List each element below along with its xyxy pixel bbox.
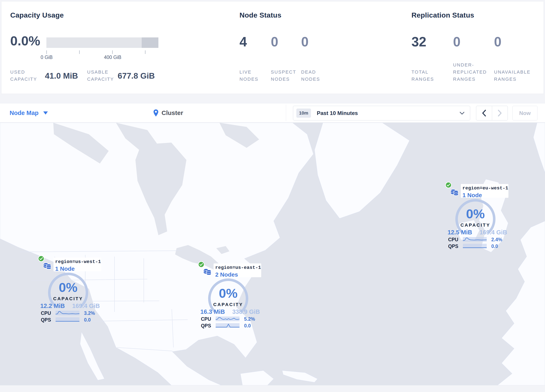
- used-capacity-value: 41.0 MiB: [45, 71, 78, 81]
- used-capacity-label: USED CAPACITY: [10, 68, 37, 83]
- axis-tick: [46, 50, 47, 54]
- region-name: region=us-east-1: [215, 265, 261, 270]
- capacity-usage-title: Capacity Usage: [10, 11, 64, 19]
- cluster-summary-panel: Capacity Usage 0.0% 0 GiB 400 GiB USED C…: [1, 1, 544, 94]
- qps-sparkline: [56, 317, 79, 322]
- capacity-gauge-label: CAPACITY: [452, 223, 498, 228]
- breadcrumb-label: Cluster: [161, 109, 183, 117]
- cpu-value: 5.2%: [244, 316, 255, 322]
- now-button-label: Now: [519, 110, 531, 117]
- qps-value: 0.0: [244, 323, 251, 329]
- cpu-row: CPU 2.4%: [442, 237, 511, 242]
- database-icon: [203, 267, 212, 276]
- qps-row: QPS 0.0: [194, 323, 263, 329]
- region-name: region=eu-west-1: [462, 186, 508, 191]
- region-name: region=us-west-1: [55, 259, 101, 264]
- view-selector-label: Node Map: [10, 110, 39, 117]
- chevron-right-icon: [498, 110, 502, 117]
- world-map: [0, 123, 545, 385]
- qps-row: QPS 0.0: [442, 243, 511, 249]
- map-toolbar: Node Map Cluster 10m Past 10 Minutes Now: [0, 103, 545, 123]
- region-used-capacity: 12.2 MiB: [36, 303, 69, 309]
- dead-nodes-label: DEADNODES: [301, 62, 346, 83]
- cpu-value: 2.4%: [491, 237, 502, 243]
- suspect-nodes-value: 0: [271, 35, 278, 49]
- cpu-row: CPU 3.2%: [34, 311, 103, 316]
- chevron-left-icon: [482, 110, 486, 117]
- breadcrumb-cluster[interactable]: Cluster: [153, 104, 183, 122]
- cpu-row: CPU 5.2%: [194, 316, 263, 322]
- time-range-badge: 10m: [296, 108, 311, 118]
- replication-status-title: Replication Status: [411, 11, 474, 19]
- qps-value: 0.0: [84, 317, 91, 323]
- region-usable-capacity: 169.4 GiB: [477, 229, 509, 236]
- capacity-usage-percent: 0.0%: [10, 33, 40, 48]
- total-ranges-label: TOTALRANGES: [411, 62, 456, 83]
- region-used-capacity: 12.5 MiB: [444, 229, 476, 236]
- cpu-label: CPU: [194, 316, 211, 322]
- axis-tick-label: 0 GiB: [30, 55, 63, 60]
- total-ranges-value: 32: [411, 35, 426, 49]
- region-usable-capacity: 169.4 GiB: [70, 303, 102, 309]
- qps-label: QPS: [194, 323, 211, 329]
- axis-tick-label: 400 GiB: [96, 55, 129, 60]
- node-status-title: Node Status: [240, 11, 281, 19]
- axis-tick: [145, 50, 145, 54]
- time-range-selector[interactable]: 10m Past 10 Minutes: [293, 106, 470, 120]
- qps-label: QPS: [34, 317, 51, 323]
- capacity-usage-bar: [46, 37, 158, 48]
- caret-down-icon: [43, 112, 48, 115]
- time-pager: [476, 106, 508, 120]
- qps-label: QPS: [442, 243, 458, 249]
- axis-tick: [112, 50, 113, 54]
- time-forward-button[interactable]: [492, 106, 508, 120]
- chevron-down-icon: [459, 112, 464, 115]
- unavailable-ranges-value: 0: [494, 35, 502, 49]
- region-used-capacity: 16.3 MiB: [196, 308, 229, 315]
- qps-sparkline: [216, 323, 240, 328]
- capacity-gauge-label: CAPACITY: [205, 302, 251, 307]
- dead-nodes-value: 0: [301, 35, 309, 49]
- toolbar-divider: [286, 105, 286, 121]
- cpu-label: CPU: [34, 311, 51, 316]
- now-button[interactable]: Now: [512, 106, 538, 120]
- node-map[interactable]: region=us-west-1 1 Node 0% CAPACITY 12.2…: [0, 123, 545, 385]
- footer-strip: [0, 385, 545, 392]
- capacity-gauge-label: CAPACITY: [45, 296, 91, 301]
- qps-sparkline: [463, 244, 487, 248]
- capacity-percent: 0%: [45, 281, 91, 294]
- under-replicated-ranges-value: 0: [453, 35, 461, 49]
- map-pin-icon: [153, 109, 159, 117]
- time-range-label: Past 10 Minutes: [317, 110, 358, 117]
- capacity-reserved-segment: [142, 37, 158, 48]
- live-nodes-value: 4: [240, 35, 247, 49]
- cpu-label: CPU: [442, 237, 458, 243]
- axis-tick: [79, 50, 80, 54]
- usable-capacity-value: 677.8 GiB: [118, 71, 155, 81]
- cpu-sparkline: [216, 317, 240, 321]
- database-icon: [43, 261, 52, 270]
- database-icon: [450, 187, 459, 197]
- capacity-percent: 0%: [205, 287, 251, 300]
- cpu-sparkline: [56, 311, 79, 315]
- usable-capacity-label: USABLE CAPACITY: [87, 68, 114, 83]
- unavailable-ranges-label: UNAVAILABLERANGES: [494, 62, 539, 83]
- qps-value: 0.0: [491, 243, 498, 249]
- qps-row: QPS 0.0: [34, 317, 103, 323]
- view-selector-dropdown[interactable]: Node Map: [10, 104, 48, 122]
- time-back-button[interactable]: [476, 106, 492, 120]
- cpu-sparkline: [463, 237, 487, 242]
- under-replicated-ranges-label: UNDER-REPLICATEDRANGES: [453, 62, 498, 83]
- cpu-value: 3.2%: [84, 311, 95, 316]
- capacity-percent: 0%: [452, 207, 498, 220]
- region-usable-capacity: 338.9 GiB: [230, 308, 262, 315]
